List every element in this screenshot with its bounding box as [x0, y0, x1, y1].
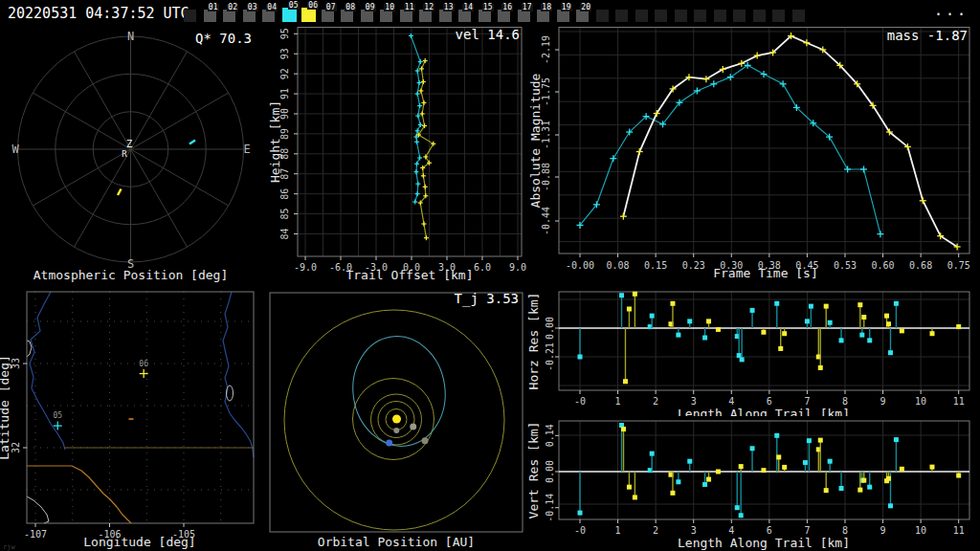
svg-text:7: 7 [804, 525, 810, 536]
earth-dot [386, 440, 392, 447]
event-box-empty-24 [655, 10, 667, 22]
svg-text:84: 84 [279, 228, 290, 239]
orbital-position-panel: T_j 3.53Orbital Position [AU] [268, 282, 528, 551]
svg-text:9: 9 [880, 396, 886, 407]
y-axis-label: Vert Res [km] [526, 422, 541, 519]
svg-text:0.53: 0.53 [834, 260, 857, 271]
event-number-label: 06 [307, 2, 319, 10]
event-box-11[interactable]: 11 [400, 10, 412, 22]
x-axis-label: Length Along Trail [km] [678, 407, 850, 416]
event-box-19[interactable]: 19 [557, 10, 569, 22]
grid [559, 292, 969, 390]
terrain-outline-2 [27, 496, 49, 523]
event-box-04[interactable]: 04 [262, 10, 275, 22]
event-box-02[interactable]: 02 [223, 10, 235, 22]
y-axis-label: Absolute Magnitude [528, 73, 543, 208]
sun-dot [392, 415, 401, 424]
venus-dot [410, 424, 416, 430]
panel-title: mass -1.87 [887, 28, 968, 43]
event-number-label: 15 [482, 4, 494, 11]
svg-text:-2.19: -2.19 [541, 35, 551, 64]
event-box-17[interactable]: 17 [518, 10, 530, 22]
svg-text:4: 4 [728, 525, 734, 536]
panel-title: Q* 70.3 [195, 31, 252, 46]
event-box-12[interactable]: 12 [419, 10, 432, 22]
svg-text:8: 8 [842, 396, 848, 407]
svg-text:2: 2 [653, 525, 658, 536]
event-number-label: 12 [423, 4, 434, 11]
event-number-label: 08 [345, 4, 356, 11]
event-square [714, 10, 726, 22]
event-number-label: 11 [404, 4, 415, 11]
y-axis-label: Height [km] [268, 100, 282, 183]
svg-text:-0.00: -0.00 [566, 260, 594, 271]
event-box-07[interactable]: 07 [322, 10, 334, 22]
svg-text:-0.21: -0.21 [545, 342, 555, 371]
more-button[interactable]: ... [934, 2, 969, 19]
event-square [675, 10, 687, 22]
svg-text:-9.0: -9.0 [294, 262, 317, 273]
svg-text:-0.44: -0.44 [541, 207, 551, 235]
panel-caption: Atmospheric Position [deg] [33, 268, 229, 282]
svg-text:33: 33 [11, 358, 21, 369]
event-number-label: 18 [541, 4, 552, 11]
event-number-label: 09 [365, 4, 376, 11]
event-box-empty-26 [694, 10, 706, 22]
svg-text:0.60: 0.60 [872, 260, 895, 271]
event-box-empty-30 [772, 10, 785, 22]
event-box-empty-23 [635, 10, 648, 22]
event-square [635, 10, 648, 22]
event-box-01[interactable]: 01 [204, 10, 216, 22]
grid [298, 28, 522, 257]
event-box-03[interactable]: 03 [243, 10, 256, 22]
plot-border [559, 28, 969, 254]
svg-text:0.75: 0.75 [947, 260, 970, 271]
svg-text:92: 92 [279, 68, 290, 79]
event-number-label: 14 [462, 4, 474, 11]
utc-timestamp: 20220531 04:37:52 UTC [8, 5, 189, 22]
event-square [615, 10, 628, 22]
station-marker-06: 06 [139, 360, 148, 379]
event-box-20[interactable]: 20 [576, 10, 589, 22]
svg-text:11: 11 [953, 396, 965, 407]
event-number-label: 10 [384, 4, 395, 11]
magnitude-panel: -0.000.080.150.230.300.380.450.530.600.6… [526, 27, 980, 282]
svg-text:0.14: 0.14 [545, 424, 555, 447]
river-east [223, 292, 254, 457]
event-number-label: 20 [580, 4, 591, 11]
ground-map-panel: 0605-107-106-1053332Longitude [deg]Latit… [0, 282, 268, 551]
trail-offset-panel: -9.0-6.0-3.00.03.06.09.09593929190898887… [268, 27, 528, 282]
svg-text:0.00: 0.00 [545, 317, 555, 340]
svg-text:9.0: 9.0 [509, 262, 526, 273]
svg-text:0.68: 0.68 [909, 260, 932, 271]
compass-north: N [127, 30, 134, 43]
event-box-15[interactable]: 15 [479, 10, 491, 22]
event-box-08[interactable]: 08 [341, 10, 353, 22]
event-box-16[interactable]: 16 [498, 10, 510, 22]
event-number-label: 05 [288, 2, 300, 10]
ground-track-dash [128, 418, 133, 420]
event-box-09[interactable]: 09 [361, 10, 373, 22]
event-box-empty-28 [733, 10, 746, 22]
event-box-14[interactable]: 14 [458, 10, 471, 22]
event-number-label: 13 [443, 4, 455, 11]
station-06-residual-series [623, 292, 961, 384]
plot-border [270, 293, 523, 532]
svg-text:0.23: 0.23 [682, 260, 705, 271]
y-axis-label: Horz Res [km] [526, 293, 541, 390]
event-square [282, 8, 297, 22]
event-square [596, 10, 609, 22]
event-box-06[interactable]: 06 [301, 8, 316, 22]
svg-text:-107: -107 [24, 529, 47, 540]
event-box-13[interactable]: 13 [439, 10, 452, 22]
svg-text:91: 91 [279, 88, 290, 99]
event-box-18[interactable]: 18 [537, 10, 549, 22]
radiant-label: R [122, 149, 127, 159]
svg-text:93: 93 [279, 48, 290, 59]
svg-text:1: 1 [615, 396, 621, 407]
panel-title: vel 14.6 [456, 27, 520, 42]
svg-text:6: 6 [767, 396, 772, 407]
event-box-05[interactable]: 05 [282, 8, 297, 22]
event-box-10[interactable]: 10 [380, 10, 392, 22]
svg-text:9: 9 [880, 525, 886, 536]
